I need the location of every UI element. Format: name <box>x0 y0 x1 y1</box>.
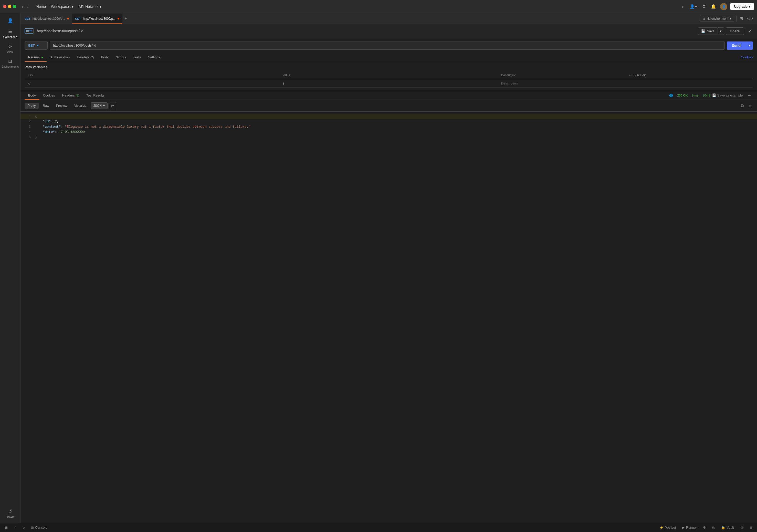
description-column-header: Description <box>498 72 626 79</box>
sidebar-item-collections[interactable]: ☰ Collections <box>1 26 19 41</box>
response-tabbar: Body Cookies Headers (5) Test Results 🌐 <box>20 91 757 100</box>
tab-1-url: http://localhost:3000/p... <box>83 17 115 20</box>
sidebar-item-person[interactable]: 👤 <box>1 15 19 26</box>
cookies-link[interactable]: Cookies <box>741 53 753 62</box>
avatar[interactable]: 👤 <box>720 3 727 10</box>
notifications-button[interactable]: 🔔 <box>710 3 717 10</box>
save-example-icon: 💾 <box>712 93 716 97</box>
search-button[interactable]: ⌕ <box>747 103 753 109</box>
send-button-group: Send ▾ <box>727 42 753 50</box>
cookie-button[interactable]: ⚙ <box>701 524 708 530</box>
layout-icon: ▦ <box>5 526 8 529</box>
statusbar-search-button[interactable]: ⌕ <box>21 524 26 530</box>
more-icon: ••• <box>629 74 633 77</box>
filter-button[interactable]: ⇌ <box>108 102 116 109</box>
invite-button[interactable]: 👤+ <box>689 3 698 10</box>
check-button[interactable]: ✓ <box>12 524 18 530</box>
key-column-header: Key <box>25 72 279 79</box>
bulk-edit-label[interactable]: Bulk Edit <box>634 74 646 77</box>
tab-params[interactable]: Params <box>25 53 46 62</box>
format-tab-preview[interactable]: Preview <box>53 103 70 109</box>
method-select[interactable]: GET ▾ <box>25 41 47 50</box>
runner-icon: ▶ <box>682 526 685 529</box>
url-input[interactable] <box>50 41 725 50</box>
format-tab-visualize[interactable]: Visualize <box>71 103 90 109</box>
collections-icon: ☰ <box>8 29 12 34</box>
postbot-button[interactable]: ⚡ Postbot <box>658 524 678 530</box>
statusbar-left: ▦ ✓ ⌕ ⊡ Console <box>3 524 49 530</box>
code-view-button[interactable]: </> <box>746 15 754 22</box>
tab-0-url: http://localhost:3000/p... <box>33 17 65 20</box>
save-dropdown-button[interactable]: ▾ <box>718 27 724 35</box>
forward-button[interactable]: › <box>26 3 30 10</box>
bulk-edit-header: ••• Bulk Edit <box>626 72 753 79</box>
copy-button[interactable]: ⧉ <box>739 103 745 109</box>
home-menu-item[interactable]: Home <box>34 4 48 10</box>
response-tab-body[interactable]: Body <box>25 91 40 100</box>
format-tab-pretty[interactable]: Pretty <box>25 103 39 109</box>
tab-body[interactable]: Body <box>98 53 112 62</box>
layout-button[interactable]: ▦ <box>3 524 9 530</box>
person-icon: 👤 <box>8 18 13 23</box>
send-dropdown-button[interactable]: ▾ <box>746 42 753 50</box>
console-button[interactable]: ⊡ Console <box>29 524 49 530</box>
path-variables-table: Key Value Description ••• <box>25 72 753 88</box>
tab-1[interactable]: GET http://localhost:3000/p... <box>72 14 122 23</box>
no-environment-icon: ⊟ <box>703 17 705 20</box>
description-cell: Description <box>498 79 626 88</box>
format-type-select[interactable]: JSON ▾ <box>91 103 107 109</box>
console-icon: ⊡ <box>31 526 34 529</box>
send-button[interactable]: Send <box>727 42 746 50</box>
tab-scripts[interactable]: Scripts <box>112 53 130 62</box>
search-button[interactable]: ⌕ <box>681 3 685 10</box>
runner-button[interactable]: ▶ Runner <box>681 524 699 530</box>
http-icon: HTTP <box>25 28 34 34</box>
tabbar-right: ⊟ No environment ▾ ⊞ </> <box>698 15 756 22</box>
sidebar-item-apis[interactable]: ⊙ APIs <box>1 41 19 56</box>
upgrade-button[interactable]: Upgrade ▾ <box>730 3 754 10</box>
new-tab-button[interactable]: + <box>122 15 129 22</box>
api-network-menu-item[interactable]: API Network ▾ <box>76 4 104 10</box>
grid-button[interactable]: ⊞ <box>748 524 754 530</box>
response-tab-headers[interactable]: Headers (5) <box>59 91 83 100</box>
capture-button[interactable]: ◎ <box>711 524 716 530</box>
workspaces-menu-item[interactable]: Workspaces ▾ <box>49 4 76 10</box>
tab-tests[interactable]: Tests <box>130 53 144 62</box>
status-badge: 200 OK <box>677 94 688 97</box>
share-button[interactable]: Share <box>726 27 744 35</box>
tab-headers[interactable]: Headers (7) <box>73 53 97 62</box>
navigation-buttons: ‹ › <box>20 3 30 10</box>
save-example-button[interactable]: 💾 Save as example <box>711 92 744 98</box>
sidebar-item-environments[interactable]: ⊡ Environments <box>1 56 19 71</box>
sidebar-item-history-label: History <box>6 515 14 518</box>
vault-button[interactable]: 🔒 Vault <box>720 524 736 530</box>
minimize-button[interactable] <box>8 5 11 8</box>
content-area: GET http://localhost:3000/p... GET http:… <box>20 13 757 523</box>
format-tabs: Pretty Raw Preview Visualize JSON ▾ <box>20 100 757 112</box>
environment-selector[interactable]: ⊟ No environment ▾ <box>700 15 734 22</box>
sidebar-item-environments-label: Environments <box>2 65 19 68</box>
json-display: 1 { 2 "id": 2, 3 <box>20 112 757 523</box>
settings-button[interactable]: ⚙ <box>701 3 707 10</box>
trash-button[interactable]: 🗑 <box>739 524 745 530</box>
response-tab-test-results[interactable]: Test Results <box>83 91 108 100</box>
tab-authorization[interactable]: Authorization <box>46 53 73 62</box>
statusbar-right: ⚡ Postbot ▶ Runner ⚙ ◎ 🔒 Vault 🗑 ⊞ <box>658 524 754 530</box>
format-tab-raw[interactable]: Raw <box>40 103 52 109</box>
back-button[interactable]: ‹ <box>20 3 25 10</box>
response-actions: 💾 Save as example ••• <box>711 92 753 98</box>
close-button[interactable] <box>3 5 6 8</box>
sidebar: 👤 ☰ Collections ⊙ APIs ⊡ Environments ↺ … <box>0 13 20 523</box>
maximize-panel-icon[interactable]: ⤢ <box>747 27 753 35</box>
response-tab-cookies[interactable]: Cookies <box>40 91 59 100</box>
more-options-button[interactable]: ••• <box>746 92 753 98</box>
save-button[interactable]: 💾 Save <box>698 27 718 35</box>
maximize-button[interactable] <box>13 5 16 8</box>
environments-icon: ⊡ <box>8 58 12 64</box>
tab-0[interactable]: GET http://localhost:3000/p... <box>21 14 72 23</box>
apis-icon: ⊙ <box>8 44 12 49</box>
main-layout: 👤 ☰ Collections ⊙ APIs ⊡ Environments ↺ … <box>0 13 757 523</box>
panel-toggle-button[interactable]: ⊞ <box>739 15 744 22</box>
sidebar-item-history[interactable]: ↺ History <box>1 506 19 521</box>
tab-settings[interactable]: Settings <box>144 53 164 62</box>
